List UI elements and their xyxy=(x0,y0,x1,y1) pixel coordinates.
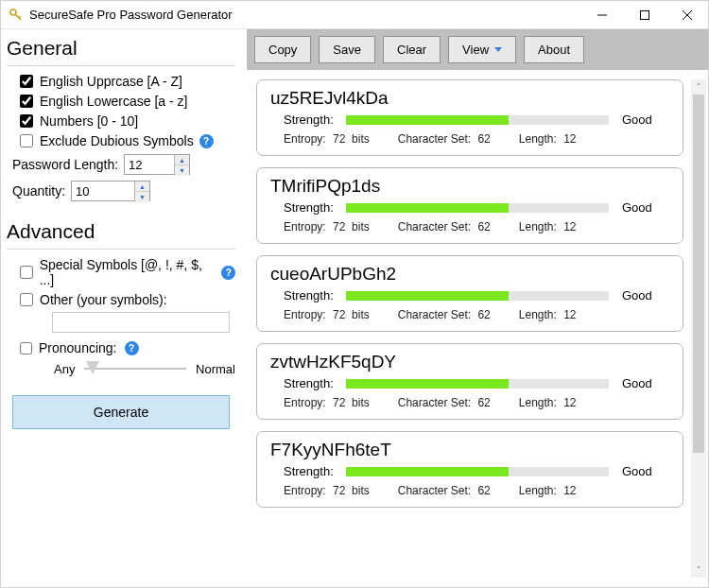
length-label: Length: 12 xyxy=(519,484,577,497)
qty-spin-up-icon[interactable]: ▲ xyxy=(135,182,149,192)
qty-spin-down-icon[interactable]: ▼ xyxy=(135,192,149,202)
exclude-label: Exclude Dubious Symbols xyxy=(40,133,194,148)
length-spin-up-icon[interactable]: ▲ xyxy=(175,155,189,165)
password-text: zvtwHzKF5qDY xyxy=(270,352,669,372)
numbers-checkbox[interactable] xyxy=(20,114,33,128)
uppercase-label: English Upprcase [A - Z] xyxy=(40,74,182,89)
toolbar: Copy Save Clear View About xyxy=(247,29,708,70)
option-lowercase[interactable]: English Lowercase [a - z] xyxy=(20,94,235,109)
pronounce-label: Pronouncing: xyxy=(39,340,117,355)
quantity-row: Quantity: ▲ ▼ xyxy=(12,181,235,201)
numbers-label: Numbers [0 - 10] xyxy=(40,113,138,129)
charset-label: Character Set: 62 xyxy=(398,396,491,409)
strength-label: Strength: xyxy=(284,200,346,215)
scroll-up-icon[interactable]: ˄ xyxy=(691,79,706,95)
charset-label: Character Set: 62 xyxy=(398,484,491,497)
password-card: cueoArUPbGh2Strength:GoodEntropy: 72 bit… xyxy=(256,255,683,332)
scrollbar[interactable]: ˄ ˅ xyxy=(691,79,706,578)
divider xyxy=(7,249,235,250)
charset-label: Character Set: 62 xyxy=(398,132,491,146)
length-label: Length: 12 xyxy=(519,396,577,409)
length-label: Length: 12 xyxy=(519,220,577,233)
section-general-title: General xyxy=(7,37,235,60)
slider-thumb-icon[interactable] xyxy=(86,361,99,374)
password-card: F7KyyNFh6teTStrength:GoodEntropy: 72 bit… xyxy=(256,431,683,508)
strength-verdict: Good xyxy=(622,288,669,303)
password-card: zvtwHzKF5qDYStrength:GoodEntropy: 72 bit… xyxy=(256,343,683,420)
strength-verdict: Good xyxy=(622,376,669,390)
strength-bar xyxy=(346,115,609,125)
charset-label: Character Set: 62 xyxy=(398,308,491,321)
view-button[interactable]: View xyxy=(448,36,516,63)
lowercase-checkbox[interactable] xyxy=(20,95,33,108)
password-length-input[interactable] xyxy=(125,155,174,174)
app-icon xyxy=(9,8,24,23)
length-spin-down-icon[interactable]: ▼ xyxy=(175,165,189,176)
help-icon[interactable]: ? xyxy=(199,134,214,148)
strength-bar xyxy=(346,379,609,389)
svg-line-2 xyxy=(19,16,21,18)
copy-button[interactable]: Copy xyxy=(254,36,311,63)
password-length-row: Password Length: ▲ ▼ xyxy=(12,154,235,175)
other-label: Other (your symbols): xyxy=(40,292,167,307)
length-label: Length: 12 xyxy=(519,308,577,321)
maximize-button[interactable] xyxy=(623,1,666,29)
section-advanced-title: Advanced xyxy=(7,220,235,243)
strength-bar xyxy=(346,291,609,301)
close-button[interactable] xyxy=(666,1,708,29)
other-symbols-input[interactable] xyxy=(52,312,230,333)
sidebar: General English Upprcase [A - Z] English… xyxy=(1,29,247,587)
special-label: Special Symbols [@, !, #, $, ...] xyxy=(40,257,216,287)
charset-label: Character Set: 62 xyxy=(398,220,491,233)
svg-rect-4 xyxy=(640,10,648,19)
pronounce-checkbox[interactable] xyxy=(20,342,32,355)
save-button[interactable]: Save xyxy=(319,36,375,63)
titlebar: SecureSafe Pro Password Generator xyxy=(1,1,708,29)
entropy-label: Entropy: 72 bits xyxy=(284,220,370,233)
exclude-checkbox[interactable] xyxy=(20,134,33,147)
special-checkbox[interactable] xyxy=(20,266,33,279)
option-exclude-dubious[interactable]: Exclude Dubious Symbols ? xyxy=(20,133,235,148)
option-special-symbols[interactable]: Special Symbols [@, !, #, $, ...] ? xyxy=(20,257,235,287)
chevron-down-icon xyxy=(494,47,502,52)
entropy-label: Entropy: 72 bits xyxy=(284,396,370,409)
entropy-label: Entropy: 72 bits xyxy=(284,132,370,146)
strength-label: Strength: xyxy=(284,288,346,303)
other-checkbox[interactable] xyxy=(20,293,33,306)
clear-button[interactable]: Clear xyxy=(383,36,441,63)
strength-verdict: Good xyxy=(622,464,669,478)
help-icon[interactable]: ? xyxy=(125,341,139,355)
option-other-symbols[interactable]: Other (your symbols): xyxy=(20,292,235,307)
password-text: uz5REJvl4kDa xyxy=(270,88,669,109)
minimize-button[interactable] xyxy=(580,1,623,29)
quantity-input[interactable] xyxy=(72,182,134,200)
option-uppercase[interactable]: English Upprcase [A - Z] xyxy=(20,74,235,89)
pronounce-slider[interactable] xyxy=(84,359,186,378)
strength-label: Strength: xyxy=(284,112,346,127)
scroll-thumb[interactable] xyxy=(693,95,704,453)
password-length-label: Password Length: xyxy=(12,157,118,172)
window-title: SecureSafe Pro Password Generator xyxy=(29,8,233,22)
password-card: TMrifiPQp1dsStrength:GoodEntropy: 72 bit… xyxy=(256,167,683,244)
main-panel: Copy Save Clear View About uz5REJvl4kDaS… xyxy=(247,29,708,587)
view-label: View xyxy=(462,43,489,57)
slider-label-left: Any xyxy=(54,362,75,376)
help-icon[interactable]: ? xyxy=(221,266,235,280)
strength-bar xyxy=(346,203,609,213)
option-numbers[interactable]: Numbers [0 - 10] xyxy=(20,113,235,129)
strength-verdict: Good xyxy=(622,200,669,215)
entropy-label: Entropy: 72 bits xyxy=(284,484,370,497)
strength-verdict: Good xyxy=(622,112,669,127)
length-label: Length: 12 xyxy=(519,132,577,146)
about-button[interactable]: About xyxy=(524,36,584,63)
strength-label: Strength: xyxy=(284,376,346,390)
password-card: uz5REJvl4kDaStrength:GoodEntropy: 72 bit… xyxy=(256,79,683,156)
strength-bar xyxy=(346,467,609,476)
quantity-label: Quantity: xyxy=(12,183,65,199)
password-text: cueoArUPbGh2 xyxy=(270,264,669,285)
lowercase-label: English Lowercase [a - z] xyxy=(40,94,187,109)
password-text: F7KyyNFh6teT xyxy=(270,440,669,460)
scroll-down-icon[interactable]: ˅ xyxy=(691,562,706,578)
generate-button[interactable]: Generate xyxy=(12,395,230,429)
uppercase-checkbox[interactable] xyxy=(20,75,33,88)
